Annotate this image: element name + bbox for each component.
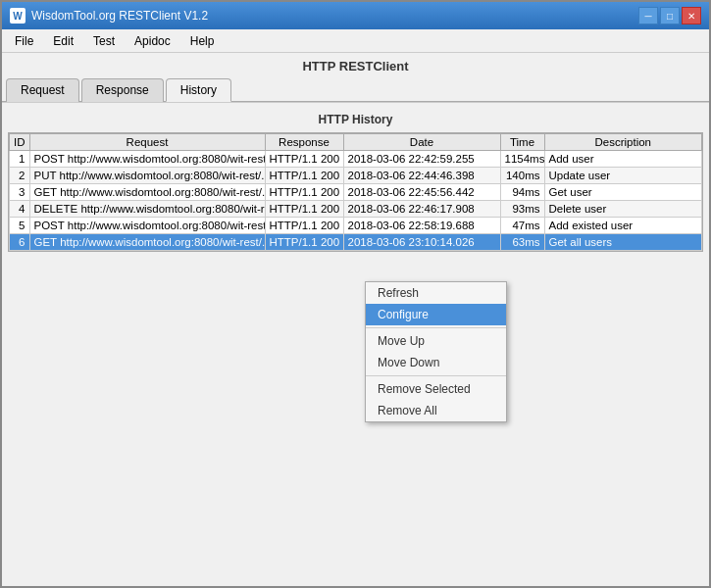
minimize-button[interactable]: ─	[638, 7, 658, 24]
title-bar: W WisdomTool.org RESTClient V1.2 ─ □ ✕	[2, 2, 709, 29]
main-content: HTTP History ID Request Response Date Ti…	[2, 103, 709, 586]
tab-bar: RequestResponseHistory	[2, 77, 709, 102]
table-row[interactable]: 2PUT http://www.wisdomtool.org:8080/wit-…	[10, 168, 702, 184]
table-row[interactable]: 1POST http://www.wisdomtool.org:8080/wit…	[10, 151, 702, 168]
context-menu-item-move-down[interactable]: Move Down	[366, 352, 506, 373]
context-menu-item-remove-all[interactable]: Remove All	[366, 400, 506, 421]
maximize-button[interactable]: □	[660, 7, 680, 24]
menu-item-file[interactable]: File	[6, 31, 42, 51]
col-header-request: Request	[29, 134, 265, 151]
context-menu-separator	[366, 327, 506, 328]
tab-history[interactable]: History	[166, 78, 231, 102]
main-window: W WisdomTool.org RESTClient V1.2 ─ □ ✕ F…	[0, 0, 711, 588]
tab-response[interactable]: Response	[81, 78, 164, 102]
context-menu-item-refresh[interactable]: Refresh	[366, 282, 506, 304]
menu-item-test[interactable]: Test	[84, 31, 124, 51]
title-bar-left: W WisdomTool.org RESTClient V1.2	[10, 8, 208, 24]
menu-item-help[interactable]: Help	[181, 31, 224, 51]
tab-request[interactable]: Request	[6, 78, 79, 102]
context-menu-item-move-up[interactable]: Move Up	[366, 330, 506, 352]
app-title: HTTP RESTClient	[2, 53, 709, 77]
menu-item-apidoc[interactable]: Apidoc	[126, 31, 179, 51]
table-row[interactable]: 3GET http://www.wisdomtool.org:8080/wit-…	[10, 184, 702, 201]
col-header-id: ID	[10, 134, 30, 151]
history-table-container: ID Request Response Date Time Descriptio…	[8, 132, 703, 252]
table-row[interactable]: 6GET http://www.wisdomtool.org:8080/wit-…	[10, 234, 702, 251]
col-header-time: Time	[500, 134, 544, 151]
title-bar-buttons: ─ □ ✕	[638, 7, 701, 24]
col-header-response: Response	[265, 134, 343, 151]
col-header-date: Date	[343, 134, 500, 151]
context-menu-item-remove-selected[interactable]: Remove Selected	[366, 378, 506, 400]
menu-bar: FileEditTestApidocHelp	[2, 29, 709, 53]
window-title: WisdomTool.org RESTClient V1.2	[31, 9, 208, 23]
app-icon: W	[10, 8, 25, 24]
table-header-row: ID Request Response Date Time Descriptio…	[10, 134, 702, 151]
history-table: ID Request Response Date Time Descriptio…	[9, 133, 702, 251]
context-menu-item-configure[interactable]: Configure	[366, 304, 506, 325]
context-menu: RefreshConfigureMove UpMove DownRemove S…	[365, 281, 507, 422]
table-row[interactable]: 5POST http://www.wisdomtool.org:8080/wit…	[10, 218, 702, 234]
col-header-description: Description	[544, 134, 702, 151]
context-menu-separator	[366, 375, 506, 376]
table-row[interactable]: 4DELETE http://www.wisdomtool.org:8080/w…	[10, 201, 702, 218]
menu-item-edit[interactable]: Edit	[44, 31, 82, 51]
section-title: HTTP History	[8, 109, 703, 132]
close-button[interactable]: ✕	[682, 7, 701, 24]
